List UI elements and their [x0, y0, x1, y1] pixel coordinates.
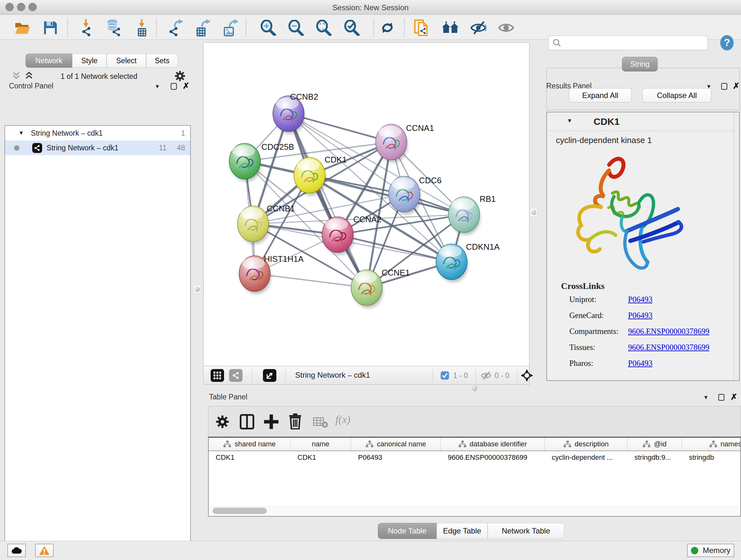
network-node-CDK1[interactable] [294, 158, 326, 196]
crosslink-link[interactable]: P06493 [628, 311, 652, 320]
clone-network-button[interactable] [413, 19, 431, 37]
export-table-button[interactable] [194, 19, 212, 37]
gene-name: CDK1 [594, 116, 620, 127]
birds-eye-view-icon[interactable] [521, 369, 533, 381]
network-collection-row[interactable]: ▼ String Network – cdk1 1 [5, 126, 190, 140]
table-cell[interactable]: P06493 [351, 451, 441, 464]
control-panel-menu-icon[interactable]: ▾ [156, 82, 159, 90]
node-table-row[interactable]: CDK1CDK1P064939606.ENSP00000378699cyclin… [209, 451, 740, 464]
tab-edge-table[interactable]: Edge Table [436, 523, 488, 539]
table-panel-menu-icon[interactable]: ▾ [704, 393, 708, 401]
show-columns-icon[interactable] [240, 414, 254, 429]
toolbar-separator [67, 18, 68, 37]
warnings-button[interactable] [35, 544, 54, 557]
delete-column-icon[interactable] [288, 414, 302, 429]
import-network-file-button[interactable] [77, 19, 95, 37]
open-session-button[interactable] [13, 19, 31, 37]
network-node-CDKN1A[interactable] [436, 244, 468, 282]
export-network-button[interactable] [167, 19, 185, 37]
network-view-title: String Network – cdk1 [295, 371, 370, 380]
table-cell[interactable]: stringdb:9... [627, 451, 682, 464]
first-neighbors-button[interactable] [441, 19, 459, 37]
tab-sets[interactable]: Sets [146, 54, 178, 68]
network-edge[interactable] [338, 235, 452, 262]
column-header-shared-name[interactable]: shared name [209, 438, 290, 450]
column-header-namespace[interactable]: namespace [682, 438, 741, 450]
status-bar: Memory [0, 541, 741, 560]
column-header-name[interactable]: name [290, 438, 351, 450]
save-session-button[interactable] [42, 19, 59, 37]
network-node-RB1[interactable] [448, 197, 480, 235]
detach-view-button[interactable] [263, 369, 276, 382]
network-node-CCNB1[interactable] [238, 206, 269, 244]
cloud-status-button[interactable] [7, 544, 26, 557]
scrollbar-thumb[interactable] [212, 508, 267, 514]
collapse-all-button[interactable]: Collapse All [643, 88, 711, 103]
expand-all-button[interactable]: Expand All [569, 88, 631, 103]
crosslink-link[interactable]: P06493 [628, 359, 652, 368]
crosslink-link[interactable]: P06493 [628, 295, 652, 304]
memory-button[interactable]: Memory [687, 544, 734, 557]
show-all-button[interactable] [497, 19, 515, 37]
zoom-out-button[interactable] [287, 19, 305, 37]
table-cell[interactable]: stringdb [682, 451, 741, 464]
column-header-label: @id [654, 440, 666, 448]
table-settings-gear-icon[interactable] [215, 415, 229, 429]
gene-section-header[interactable]: ▼ CDK1 [547, 112, 739, 131]
column-header-canonical-name[interactable]: canonical name [351, 438, 441, 450]
tab-network[interactable]: Network [25, 54, 72, 68]
results-scrollbar[interactable] [733, 113, 738, 380]
network-row[interactable]: String Network – cdk1 11 48 [5, 140, 190, 155]
crosslink-link[interactable]: 9606.ENSP00000378699 [628, 327, 710, 336]
column-header-database-identifier[interactable]: database identifier [441, 438, 545, 450]
column-header-@id[interactable]: @id [627, 438, 682, 450]
zoom-fit-button[interactable] [315, 19, 333, 37]
network-view-toolbar: String Network – cdk1 1 - 0 0 - 0 [203, 366, 529, 385]
left-splitter-handle[interactable] [193, 285, 201, 294]
import-table-file-button[interactable] [133, 19, 151, 37]
network-node-CDC25B[interactable] [229, 143, 261, 182]
control-panel-float-button[interactable] [171, 83, 177, 90]
tab-select[interactable]: Select [107, 54, 146, 68]
network-node-CCNA2[interactable] [322, 217, 354, 255]
network-view-canvas[interactable]: CCNB2CCNA1CDC25BCDK1CDC6RB1CCNB1CCNA2CDK… [203, 43, 529, 366]
import-network-database-button[interactable] [105, 19, 122, 37]
string-network-graph[interactable]: CCNB2CCNA1CDC25BCDK1CDC6RB1CCNB1CCNA2CDK… [204, 43, 529, 366]
table-cell[interactable]: cyclin-dependent ... [545, 451, 627, 464]
node-table[interactable]: shared namenamecanonical namedatabase id… [208, 437, 741, 516]
node-label-CDK1: CDK1 [325, 155, 347, 165]
add-column-icon[interactable] [264, 414, 279, 429]
table-horizontal-scrollbar[interactable] [210, 506, 740, 515]
table-panel-close-button[interactable]: ✗ [731, 392, 738, 402]
tab-network-table[interactable]: Network Table [488, 523, 564, 539]
export-table-icon [195, 19, 212, 37]
table-cell[interactable]: CDK1 [209, 451, 290, 464]
zoom-in-button[interactable] [259, 19, 277, 37]
zoom-selected-button[interactable] [343, 19, 360, 37]
network-edge[interactable] [255, 273, 367, 288]
grid-view-button[interactable] [211, 369, 224, 382]
gene-collapse-icon[interactable]: ▼ [567, 118, 572, 124]
hide-selected-button[interactable] [469, 19, 487, 37]
table-panel-float-button[interactable] [718, 394, 724, 401]
tab-node-table[interactable]: Node Table [378, 523, 436, 539]
tree-collapse-icon[interactable]: ▼ [18, 130, 24, 136]
column-header-label: name [312, 440, 329, 448]
crosslink-link[interactable]: 9606.ENSP00000378699 [628, 343, 710, 352]
column-header-description[interactable]: description [545, 438, 627, 450]
network-node-CCNE1[interactable] [351, 270, 383, 308]
network-view-type-button[interactable] [229, 369, 243, 382]
tab-style[interactable]: Style [72, 54, 107, 68]
export-image-button[interactable] [222, 19, 240, 37]
table-cell[interactable]: 9606.ENSP00000378699 [441, 451, 545, 464]
control-panel-close-button[interactable]: ✗ [183, 81, 190, 91]
network-options-gear-icon[interactable] [174, 70, 186, 82]
right-splitter-handle[interactable] [530, 208, 537, 216]
network-node-CCNA1[interactable] [376, 124, 408, 163]
network-node-CCNB2[interactable] [273, 96, 305, 134]
crosslink-label: Pharos: [569, 359, 628, 368]
update-network-button[interactable] [379, 19, 396, 37]
selected-checkbox-icon[interactable] [441, 371, 449, 380]
crosslink-label: Compartments: [569, 327, 628, 336]
table-cell[interactable]: CDK1 [290, 451, 351, 464]
